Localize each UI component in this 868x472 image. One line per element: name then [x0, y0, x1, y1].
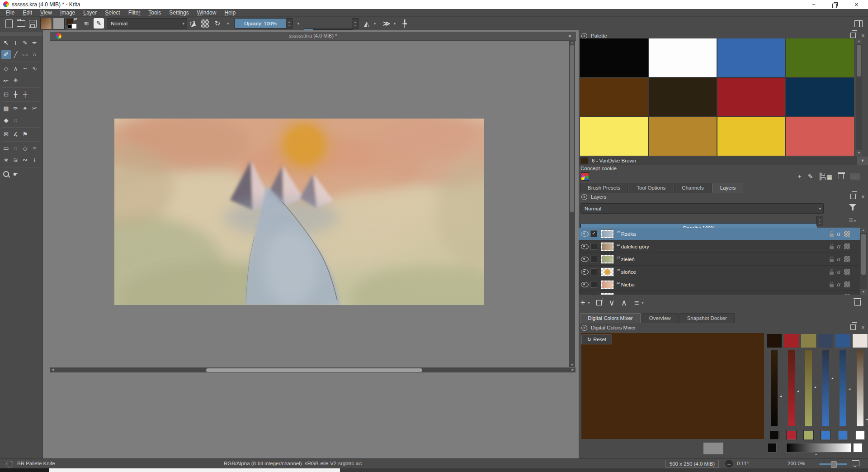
layer-row-zieleń[interactable]: ▱zieleńα: [579, 253, 860, 266]
brush-option-list-button[interactable]: ≋: [81, 18, 91, 29]
spin-up-icon[interactable]: ▲: [354, 20, 356, 24]
palette-chooser-icon[interactable]: [581, 173, 589, 180]
gradient-chooser[interactable]: [41, 18, 52, 29]
layer-checkbox[interactable]: ✓: [590, 230, 597, 237]
add-layer-button[interactable]: +: [580, 298, 585, 307]
menu-window[interactable]: Window: [193, 10, 221, 16]
add-color-button[interactable]: +: [798, 173, 802, 180]
layer-inherit-alpha-icon[interactable]: [844, 281, 850, 287]
menu-select[interactable]: Select: [101, 10, 124, 16]
spin-up-icon[interactable]: ▲: [288, 20, 290, 24]
tool-fill[interactable]: ◆: [1, 115, 11, 125]
scroll-up-icon[interactable]: ▲: [860, 228, 867, 233]
layer-visibility-icon[interactable]: [581, 269, 589, 275]
layer-inherit-alpha-icon[interactable]: [844, 269, 850, 275]
save-button[interactable]: [27, 18, 38, 29]
tool-pattern-edit[interactable]: ✴: [20, 104, 30, 113]
layer-list-scrollbar[interactable]: ▲ ▼: [860, 228, 867, 295]
tool-enclose-fill[interactable]: ◌: [11, 115, 20, 125]
tab-overview[interactable]: Overview: [642, 313, 679, 323]
slider-marker-icon[interactable]: ◂: [831, 376, 833, 380]
palette-swatch-r0c0[interactable]: [580, 38, 648, 77]
chevron-down-icon[interactable]: ▾: [392, 18, 398, 29]
tool-color-sampler[interactable]: ✑: [11, 104, 20, 113]
menu-file[interactable]: File: [2, 10, 19, 16]
layer-lock-icon[interactable]: [830, 259, 834, 262]
new-document-button[interactable]: [4, 18, 14, 29]
tool-freehand-path[interactable]: ∿: [30, 64, 39, 73]
chevron-down-icon[interactable]: ▾: [295, 18, 302, 29]
palette-scrollbar-thumb[interactable]: [857, 45, 861, 76]
tool-edit-shapes[interactable]: ✎: [20, 38, 30, 48]
mixer-docker-header[interactable]: Digital Colors Mixer ×: [579, 323, 868, 332]
tab-snapshot-docker[interactable]: Snapshot Docker: [679, 313, 735, 323]
edit-palette-button[interactable]: ✎: [808, 173, 813, 180]
layer-checkbox[interactable]: [590, 281, 597, 288]
brush-editor-button[interactable]: ✎: [94, 18, 104, 29]
palette-swatch-r2c0[interactable]: [580, 117, 648, 156]
docker-lock-icon[interactable]: [581, 325, 587, 331]
menu-edit[interactable]: Edit: [19, 10, 36, 16]
layer-inherit-alpha-icon[interactable]: [844, 256, 850, 262]
wraparound-mode-button[interactable]: ╄: [400, 18, 410, 29]
tool-dynamic-brush[interactable]: ↜: [1, 76, 11, 85]
tool-magnetic-selection[interactable]: ≀: [30, 155, 39, 165]
image-size-info[interactable]: 500 x 250 (4.0 MiB): [665, 460, 719, 468]
zoom-slider-handle[interactable]: [831, 461, 837, 468]
selected-swatch-row[interactable]: 6 - VanDyke Brown ▼: [579, 157, 868, 165]
mixer-gray-result-swatch[interactable]: [703, 443, 723, 454]
pattern-chooser[interactable]: [53, 18, 64, 29]
layer-alpha-icon[interactable]: α: [837, 256, 840, 262]
tool-bezier-curve[interactable]: ∼: [20, 64, 30, 73]
mirror-horizontal-button[interactable]: ◭: [362, 18, 372, 29]
mirror-vertical-button[interactable]: ≫: [382, 18, 392, 29]
layer-visibility-icon[interactable]: [581, 295, 589, 295]
tool-move[interactable]: ╋: [11, 90, 20, 99]
size-spinner[interactable]: ▲▼: [352, 18, 359, 29]
mixer-vertical-slider[interactable]: ◂: [840, 350, 846, 426]
palette-swatch-r2c1[interactable]: [649, 117, 717, 156]
slider-marker-icon[interactable]: ◂: [780, 394, 782, 398]
tool-multibrush[interactable]: ✳: [11, 76, 20, 85]
tool-polyline[interactable]: ∧: [11, 64, 20, 73]
layer-visibility-icon[interactable]: [581, 231, 589, 237]
workspace-chooser-button[interactable]: [853, 18, 864, 29]
tool-contiguous-selection[interactable]: ∗: [1, 155, 11, 165]
tool-assistants[interactable]: ⊠: [1, 129, 11, 139]
document-subwindow-titlebar[interactable]: ssssss.kra (4.0 MiB) * ×: [50, 32, 576, 41]
document-close-button[interactable]: ×: [568, 33, 571, 39]
tool-polygon[interactable]: ◇: [1, 64, 11, 73]
fg-bg-color-selector[interactable]: ⇄: [67, 18, 80, 30]
tool-gradient[interactable]: ▩: [1, 104, 11, 113]
mixer-target-swatch[interactable]: [835, 334, 850, 348]
mixer-target-swatch[interactable]: [818, 334, 833, 348]
layer-row-Niebo[interactable]: ▱Nieboα: [579, 278, 860, 291]
layer-lock-icon[interactable]: [830, 272, 834, 275]
tool-reference-images[interactable]: ⚑: [20, 129, 30, 139]
mixer-result-swatch[interactable]: [855, 430, 865, 440]
palette-swatch-r1c0[interactable]: [580, 78, 648, 116]
docker-lock-icon[interactable]: [581, 33, 587, 39]
tool-bezier-selection[interactable]: ∾: [20, 155, 30, 165]
layer-lock-icon[interactable]: [830, 284, 834, 287]
menu-settings[interactable]: Settings: [165, 10, 193, 16]
layer-row[interactable]: ▱α: [579, 291, 860, 295]
palette-swatch-r1c1[interactable]: [649, 78, 717, 116]
minimize-button[interactable]: −: [803, 0, 824, 9]
tab-channels[interactable]: Channels: [674, 183, 712, 193]
tool-crop[interactable]: ┼: [20, 90, 30, 99]
layer-inherit-alpha-icon[interactable]: [844, 231, 850, 237]
layer-visibility-icon[interactable]: [581, 244, 589, 249]
mixer-target-swatch[interactable]: [784, 334, 799, 348]
layer-lock-icon[interactable]: [830, 246, 834, 249]
palette-swatch-r1c3[interactable]: [786, 78, 854, 116]
layer-visibility-icon[interactable]: [581, 257, 589, 262]
layer-filter-icon[interactable]: [849, 204, 856, 211]
mixer-vertical-slider[interactable]: ◂: [857, 350, 863, 426]
scroll-up-icon[interactable]: ▲: [856, 38, 862, 44]
eraser-mode-button[interactable]: ◪: [186, 17, 199, 30]
chevron-down-icon[interactable]: ▾: [642, 301, 643, 305]
palette-swatch-r0c1[interactable]: [649, 38, 717, 77]
layer-row-Rzeka[interactable]: ✓▱Rzekaα: [579, 228, 860, 240]
tool-similar-color-selection[interactable]: ≋: [11, 155, 20, 165]
